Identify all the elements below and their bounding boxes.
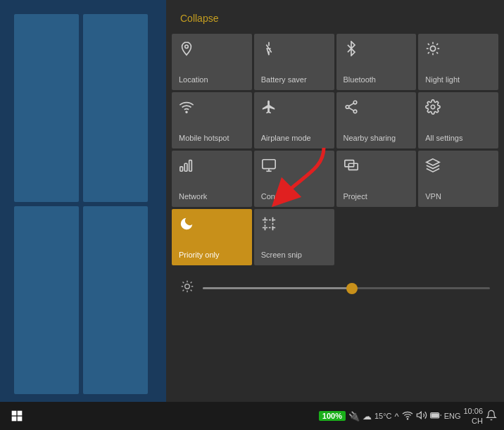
action-center-panel: Collapse Location Battery saver (166, 0, 504, 430)
tile-connect-label: Connect (261, 192, 290, 201)
tile-screen-snip[interactable]: Screen snip (254, 209, 334, 265)
clock-display[interactable]: 10:06 CH (463, 406, 483, 426)
svg-point-40 (407, 418, 408, 419)
collapse-button[interactable]: Collapse (180, 13, 218, 24)
svg-rect-37 (18, 411, 23, 416)
svg-point-26 (185, 284, 190, 289)
windows-logo (14, 14, 148, 394)
svg-rect-18 (184, 163, 187, 171)
tile-mobile-hotspot-label: Mobile hotspot (179, 134, 229, 143)
svg-line-6 (428, 44, 429, 45)
network-icon (179, 158, 194, 177)
temperature-text: 15°C (374, 412, 392, 420)
svg-rect-17 (180, 167, 183, 171)
svg-line-14 (348, 103, 353, 106)
svg-point-11 (353, 101, 357, 104)
svg-line-15 (348, 108, 353, 110)
brightness-section (166, 268, 504, 308)
svg-line-34 (191, 282, 192, 284)
tile-project[interactable]: Project (336, 151, 417, 207)
project-icon (344, 158, 359, 177)
bluetooth-icon (344, 41, 359, 60)
tile-vpn-label: VPN (425, 192, 441, 201)
svg-rect-20 (263, 160, 275, 169)
svg-rect-38 (12, 417, 17, 422)
quick-tiles-grid: Location Battery saver Bluetooth (166, 31, 504, 268)
svg-rect-36 (12, 411, 17, 416)
taskbar: 100% 🔌 ☁ 15°C ^ E (0, 402, 504, 430)
tile-network[interactable]: Network (172, 151, 252, 207)
tile-location[interactable]: Location (172, 34, 252, 90)
logo-quad-bl (14, 206, 79, 394)
tile-network-label: Network (179, 192, 207, 201)
weather-cloud-icon: ☁ (363, 411, 372, 422)
logo-quad-br (83, 206, 148, 394)
tile-battery-saver-label: Battery saver (261, 75, 307, 84)
volume-icon[interactable] (416, 410, 427, 423)
region-text: CH (463, 416, 483, 426)
svg-point-10 (186, 111, 187, 113)
brightness-thumb[interactable] (346, 283, 358, 294)
location-icon (179, 41, 194, 60)
tile-night-light-label: Night light (425, 75, 460, 84)
svg-line-32 (191, 290, 192, 291)
language-text[interactable]: ENG (444, 412, 461, 420)
svg-point-16 (431, 105, 436, 109)
brightness-icon (180, 279, 194, 297)
tile-screen-snip-label: Screen snip (261, 251, 302, 260)
tile-location-label: Location (179, 75, 208, 84)
svg-line-31 (183, 282, 184, 284)
svg-rect-19 (189, 160, 192, 172)
nearby-sharing-icon (344, 99, 359, 118)
svg-point-13 (353, 110, 357, 113)
logo-quad-tl (14, 14, 79, 202)
battery-plug-icon: 🔌 (348, 411, 360, 422)
tile-all-settings[interactable]: All settings (418, 92, 498, 148)
panel-header: Collapse (166, 0, 504, 31)
brightness-fill (203, 287, 352, 289)
night-light-icon (425, 41, 441, 60)
tile-connect[interactable]: Connect (254, 151, 334, 207)
tile-bluetooth[interactable]: Bluetooth (336, 34, 417, 90)
svg-line-7 (436, 52, 438, 53)
priority-only-icon (179, 216, 194, 235)
screen-snip-icon (261, 216, 277, 235)
windows-start-icon (11, 410, 23, 422)
tile-vpn[interactable]: VPN (418, 151, 498, 207)
svg-point-1 (431, 46, 436, 51)
svg-line-8 (428, 52, 429, 53)
svg-rect-44 (431, 414, 438, 417)
logo-quad-tr (83, 14, 148, 202)
tile-mobile-hotspot[interactable]: Mobile hotspot (172, 92, 252, 148)
tile-all-settings-label: All settings (425, 134, 462, 143)
svg-point-0 (185, 45, 189, 49)
wifi-icon[interactable] (402, 410, 413, 423)
tile-priority-only[interactable]: Priority only (172, 209, 252, 265)
tile-night-light[interactable]: Night light (418, 34, 498, 90)
tile-nearby-sharing[interactable]: Nearby sharing (336, 92, 417, 148)
battery-percentage-badge: 100% (319, 411, 346, 421)
vpn-icon (425, 158, 441, 177)
svg-point-12 (346, 106, 349, 109)
start-button[interactable] (3, 402, 31, 430)
tile-airplane-mode-label: Airplane mode (261, 134, 311, 143)
svg-rect-25 (265, 220, 272, 228)
svg-rect-39 (18, 417, 23, 422)
tile-airplane-mode[interactable]: Airplane mode (254, 92, 334, 148)
battery-saver-icon (261, 41, 277, 60)
svg-line-9 (436, 44, 438, 45)
svg-marker-41 (417, 412, 421, 418)
connect-icon (261, 158, 277, 177)
taskbar-right-section: 100% 🔌 ☁ 15°C ^ E (319, 406, 501, 426)
brightness-slider-track[interactable] (203, 287, 490, 289)
tile-battery-saver[interactable]: Battery saver (254, 34, 334, 90)
time-text: 10:06 (463, 406, 483, 416)
tile-bluetooth-label: Bluetooth (344, 75, 376, 84)
mobile-hotspot-icon (179, 99, 194, 118)
chevron-up-icon[interactable]: ^ (395, 411, 399, 422)
svg-line-33 (183, 290, 184, 291)
notification-icon[interactable] (486, 410, 497, 423)
taskbar-battery-icon (430, 410, 441, 423)
airplane-mode-icon (261, 99, 277, 118)
tile-priority-only-label: Priority only (179, 251, 219, 260)
